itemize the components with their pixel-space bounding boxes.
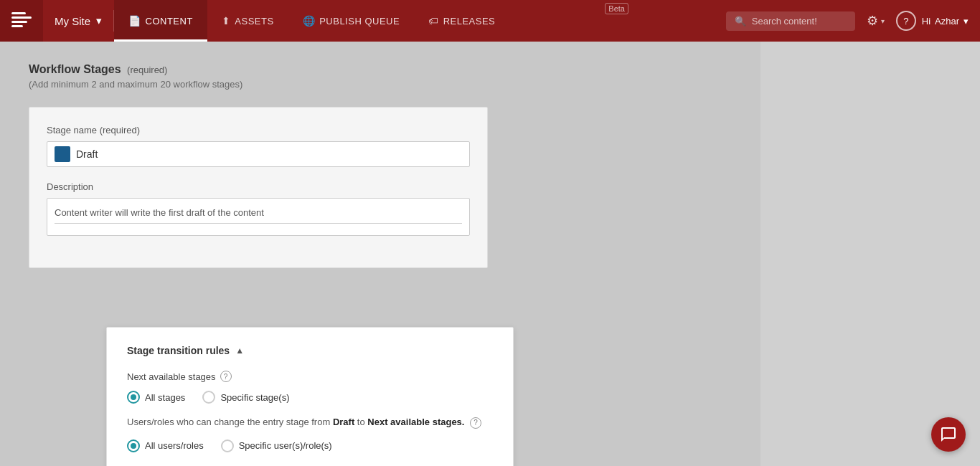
nav-item-publish-queue[interactable]: 🌐 PUBLISH QUEUE <box>288 0 414 42</box>
site-selector[interactable]: My Site ▾ <box>43 14 113 27</box>
search-placeholder-text: Search content! <box>752 16 817 27</box>
users-label-from: Draft <box>333 417 354 427</box>
releases-nav-icon: 🏷 <box>428 15 439 27</box>
specific-stages-radio[interactable] <box>202 391 215 404</box>
users-radio-group: All users/roles Specific user(s)/role(s) <box>127 439 493 452</box>
stage-color-swatch[interactable] <box>55 146 70 162</box>
nav-items: 📄 CONTENT ⬆ ASSETS 🌐 PUBLISH QUEUE 🏷 REL… <box>114 0 726 42</box>
nav-publish-queue-label: PUBLISH QUEUE <box>319 16 400 27</box>
help-button[interactable]: ? <box>896 11 916 31</box>
user-greeting: Hi <box>922 16 930 27</box>
all-users-radio[interactable] <box>127 439 140 452</box>
all-users-option[interactable]: All users/roles <box>127 439 204 452</box>
description-label: Description <box>47 181 470 192</box>
gear-chevron-icon: ▾ <box>881 17 885 25</box>
transition-title-text: Stage transition rules <box>127 345 230 356</box>
nav-item-content[interactable]: 📄 CONTENT <box>114 0 207 42</box>
next-stages-label: Next available stages <box>127 371 216 382</box>
transition-rules-title: Stage transition rules ▲ <box>127 345 493 356</box>
assets-nav-icon: ⬆ <box>222 15 231 27</box>
specific-stages-option[interactable]: Specific stage(s) <box>202 391 289 404</box>
users-info-icon[interactable]: ? <box>470 417 481 429</box>
workflow-stages-label: Workflow Stages <box>29 63 121 75</box>
next-stages-info-icon[interactable]: ? <box>220 371 232 382</box>
gear-icon: ⚙ <box>867 13 878 29</box>
stage-form-card: Stage name (required) Description Conten… <box>29 107 488 268</box>
transition-rules-panel: Stage transition rules ▲ Next available … <box>106 327 514 466</box>
users-label-to: to <box>357 417 365 427</box>
next-stages-radio-group: All stages Specific stage(s) <box>127 391 493 404</box>
description-value: Content writer will write the first draf… <box>55 207 264 218</box>
logo[interactable] <box>0 0 43 42</box>
form-container: Workflow Stages (required) (Add minimum … <box>0 42 517 290</box>
all-users-label: All users/roles <box>145 440 204 451</box>
settings-button[interactable]: ⚙ ▾ <box>861 0 890 42</box>
top-navigation: My Site ▾ 📄 CONTENT ⬆ ASSETS 🌐 PUBLISH Q… <box>0 0 980 42</box>
publish-queue-nav-icon: 🌐 <box>303 15 316 27</box>
specific-users-label: Specific user(s)/role(s) <box>239 440 332 451</box>
right-panel-overlay <box>760 42 980 466</box>
chat-icon <box>940 426 957 443</box>
stage-name-group: Stage name (required) <box>47 125 470 167</box>
user-chevron-icon: ▾ <box>963 16 969 27</box>
transition-chevron-icon[interactable]: ▲ <box>235 346 244 356</box>
svg-rect-1 <box>11 16 32 19</box>
specific-users-option[interactable]: Specific user(s)/role(s) <box>221 439 332 452</box>
main-content: Workflow Stages (required) (Add minimum … <box>0 42 980 466</box>
description-group: Description Content writer will write th… <box>47 181 470 236</box>
svg-rect-3 <box>11 25 23 27</box>
site-name: My Site <box>55 15 90 27</box>
svg-rect-2 <box>11 21 27 23</box>
specific-users-radio[interactable] <box>221 439 234 452</box>
all-stages-radio[interactable] <box>127 391 140 404</box>
search-icon: 🔍 <box>735 16 746 27</box>
nav-item-assets[interactable]: ⬆ ASSETS <box>207 0 288 42</box>
workflow-stages-title: Workflow Stages (required) <box>29 63 488 76</box>
workflow-stages-hint: (Add minimum 2 and maximum 20 workflow s… <box>29 79 488 90</box>
users-label-suffix: Next available stages. <box>367 417 464 427</box>
users-label-prefix: Users/roles who can change the entry sta… <box>127 417 330 427</box>
stage-name-input-wrapper[interactable] <box>47 141 470 167</box>
all-stages-label: All stages <box>145 392 185 403</box>
users-roles-description: Users/roles who can change the entry sta… <box>127 415 493 429</box>
help-icon: ? <box>903 16 908 27</box>
nav-right-area: 🔍 Search content! ⚙ ▾ ? Hi Azhar ▾ <box>726 0 980 42</box>
nav-assets-label: ASSETS <box>235 16 273 27</box>
nav-releases-label: RELEASES <box>443 16 496 27</box>
chat-support-button[interactable] <box>931 417 966 452</box>
beta-badge: Beta <box>605 3 628 14</box>
description-textarea-wrapper: Content writer will write the first draf… <box>47 198 470 236</box>
user-name: Azhar <box>935 16 959 27</box>
all-stages-option[interactable]: All stages <box>127 391 185 404</box>
nav-content-label: CONTENT <box>146 16 193 27</box>
svg-rect-0 <box>11 12 26 14</box>
site-chevron-icon: ▾ <box>96 14 102 27</box>
stage-name-label: Stage name (required) <box>47 125 470 135</box>
search-bar[interactable]: 🔍 Search content! <box>726 11 855 31</box>
stage-name-input[interactable] <box>76 148 462 160</box>
user-menu[interactable]: Hi Azhar ▾ <box>922 16 969 27</box>
next-stages-section: Next available stages ? <box>127 371 493 382</box>
description-text[interactable]: Content writer will write the first draf… <box>55 206 462 224</box>
logo-icon <box>10 9 33 32</box>
content-nav-icon: 📄 <box>128 15 141 27</box>
specific-stages-label: Specific stage(s) <box>220 392 289 403</box>
workflow-stages-required: (required) <box>127 65 167 75</box>
nav-item-releases[interactable]: 🏷 RELEASES <box>414 0 509 42</box>
